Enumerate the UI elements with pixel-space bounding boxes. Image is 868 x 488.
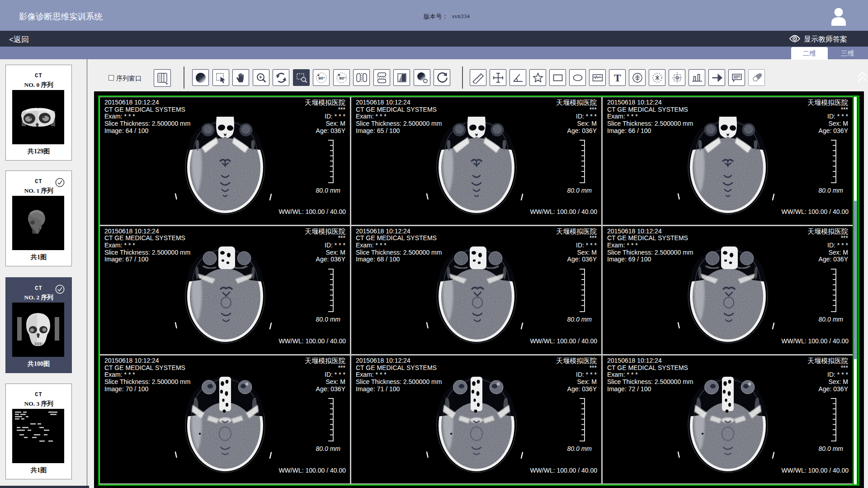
svg-text:90°: 90° xyxy=(339,76,346,81)
svg-text:T: T xyxy=(613,72,621,84)
svg-text:90°: 90° xyxy=(318,76,325,81)
